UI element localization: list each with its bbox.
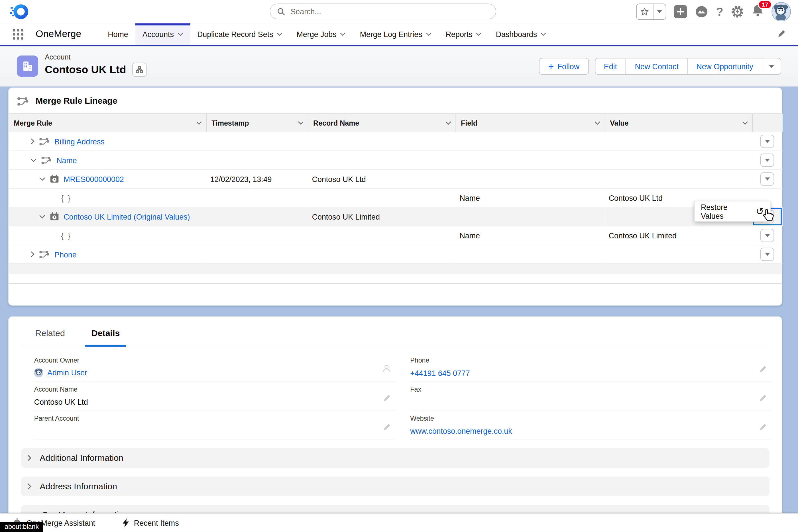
phone-link[interactable]: +44191 645 0777 (410, 368, 470, 377)
collapse-chevron-down-icon[interactable] (31, 158, 36, 162)
field-cell: Name (456, 189, 605, 207)
merge-rule-icon (39, 137, 50, 146)
chevron-down-icon (426, 32, 431, 36)
lineage-table: Merge Rule Timestamp Record Name Field V… (8, 113, 783, 264)
section-additional-information[interactable]: Additional Information (21, 448, 769, 468)
column-header-field[interactable]: Field (456, 114, 605, 132)
field-parent-account: Parent Account (34, 411, 395, 439)
entity-type-label: Account (45, 53, 70, 61)
nav-item-merge-log-entries[interactable]: Merge Log Entries (353, 23, 439, 45)
user-avatar[interactable] (772, 2, 791, 21)
row-actions-button[interactable] (760, 248, 774, 261)
json-braces-icon: { } (61, 193, 71, 202)
app-name: OneMerge (36, 28, 81, 40)
original-values-link[interactable]: Contoso UK Limited (Original Values) (63, 212, 190, 221)
setup-button[interactable] (731, 5, 744, 18)
field-phone: Phone +44191 645 0777 (410, 352, 771, 381)
website-link[interactable]: www.contoso.onemerge.co.uk (410, 426, 512, 435)
tab-related[interactable]: Related (35, 329, 65, 346)
follow-button[interactable]: + Follow (539, 58, 589, 75)
chevron-down-icon (177, 32, 183, 36)
table-footer-divider (8, 274, 781, 284)
timestamp-cell: 12/02/2023, 13:49 (206, 170, 308, 189)
merge-rule-link[interactable]: Phone (54, 250, 76, 259)
chevron-right-icon (27, 455, 32, 461)
nav-item-reports[interactable]: Reports (439, 23, 489, 45)
field-fax: Fax (410, 381, 771, 411)
table-row-name: Name (8, 151, 783, 169)
page-title: Contoso UK Ltd (45, 63, 126, 76)
help-button[interactable]: ? (716, 5, 723, 19)
row-actions-button[interactable] (760, 153, 774, 167)
table-empty-strip (8, 264, 781, 274)
new-contact-button[interactable]: New Contact (626, 58, 687, 75)
column-header-merge-rule[interactable]: Merge Rule (8, 114, 206, 132)
trailhead-button[interactable] (694, 6, 708, 18)
global-actions-button[interactable] (674, 5, 687, 18)
table-row-phone: Phone (8, 245, 783, 264)
notification-count-badge: 17 (758, 0, 772, 9)
nav-item-duplicate-record-sets[interactable]: Duplicate Record Sets (190, 23, 290, 45)
view-hierarchy-button[interactable] (132, 63, 147, 77)
merge-rule-lineage-card: Merge Rule Lineage Merge Rule Timestamp … (8, 88, 782, 306)
edit-fax-icon[interactable] (759, 394, 767, 404)
personalize-nav-button[interactable] (778, 30, 786, 40)
record-name-cell: Contoso UK Ltd (308, 170, 456, 189)
new-opportunity-button[interactable]: New Opportunity (687, 58, 762, 75)
column-header-value[interactable]: Value (605, 114, 752, 132)
collapse-chevron-down-icon[interactable] (39, 215, 45, 219)
merge-result-link[interactable]: MRES000000002 (63, 175, 124, 183)
nav-item-accounts[interactable]: Accounts (135, 23, 190, 45)
merge-rule-link[interactable]: Name (56, 156, 77, 164)
row-actions-button[interactable] (760, 229, 774, 242)
collapse-chevron-down-icon[interactable] (39, 177, 45, 181)
field-label: Fax (410, 386, 771, 393)
table-header-row: Merge Rule Timestamp Record Name Field V… (8, 114, 783, 132)
section-address-information[interactable]: Address Information (21, 476, 769, 496)
event-record-icon (50, 212, 59, 221)
table-row-field-value: { } Name Contoso UK Limited (8, 226, 783, 245)
notifications-button[interactable]: 17 (751, 4, 764, 19)
favorites-dropdown[interactable] (653, 4, 666, 19)
hierarchy-icon (136, 66, 143, 73)
column-header-record-name[interactable]: Record Name (308, 114, 456, 132)
account-owner-link[interactable]: Admin User (47, 368, 87, 377)
tab-details[interactable]: Details (92, 329, 120, 346)
chevron-down-icon (594, 121, 600, 125)
field-label: Account Owner (34, 357, 395, 364)
chevron-down-icon (277, 32, 282, 36)
column-header-timestamp[interactable]: Timestamp (206, 114, 308, 132)
row-actions-button[interactable] (760, 135, 774, 148)
expand-chevron-right-icon[interactable] (31, 138, 35, 145)
recent-items-button[interactable]: Recent Items (123, 518, 179, 528)
nav-item-home[interactable]: Home (100, 23, 135, 45)
edit-website-icon[interactable] (759, 423, 767, 433)
row-actions-menu: Restore Values ↺ (694, 201, 771, 222)
record-header: Account Contoso UK Ltd + Follow Edit New… (0, 46, 798, 86)
chevron-down-icon (340, 32, 346, 36)
table-row-merge-result: MRES000000002 12/02/2023, 13:49 Contoso … (8, 170, 783, 189)
nav-item-merge-jobs[interactable]: Merge Jobs (290, 23, 353, 45)
edit-account-name-icon[interactable] (383, 394, 391, 404)
edit-parent-account-icon[interactable] (383, 423, 391, 433)
search-input[interactable] (290, 6, 488, 16)
table-row-billing-address: Billing Address (8, 132, 783, 151)
edit-button[interactable]: Edit (595, 58, 626, 75)
merge-rule-icon (41, 156, 52, 164)
merge-rule-link[interactable]: Billing Address (54, 137, 105, 146)
row-actions-button[interactable] (760, 172, 774, 185)
field-label: Parent Account (34, 414, 395, 422)
more-actions-button[interactable] (762, 58, 781, 75)
search-icon (277, 7, 285, 16)
change-owner-icon[interactable] (382, 364, 391, 375)
record-detail-card: Related Details Account Owner Admin User (8, 317, 782, 530)
app-launcher-icon[interactable] (13, 29, 23, 39)
edit-phone-icon[interactable] (759, 365, 767, 375)
favorites-button[interactable] (636, 3, 666, 20)
restore-values-menu-item[interactable]: Restore Values (701, 203, 750, 220)
nav-item-dashboards[interactable]: Dashboards (489, 23, 554, 45)
chevron-right-icon (27, 483, 32, 490)
expand-chevron-right-icon[interactable] (31, 251, 35, 257)
field-label: Website (410, 414, 771, 422)
global-search[interactable] (270, 3, 496, 19)
